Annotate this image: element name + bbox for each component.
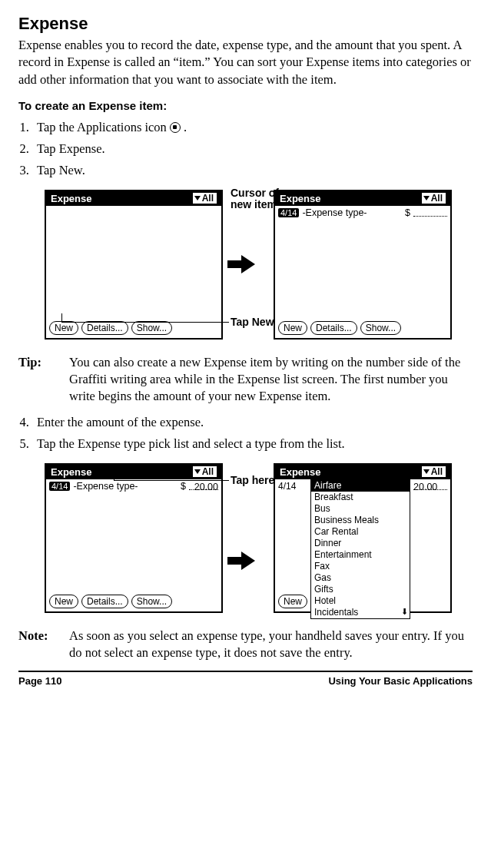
amount-field[interactable] (413, 208, 447, 217)
amount-field[interactable]: 20.00 (413, 482, 447, 490)
app-title: Expense (51, 466, 91, 478)
tip-label: Tip: (18, 354, 61, 406)
intro-paragraph: Expense enables you to record the date, … (18, 37, 473, 88)
arrow-icon (229, 552, 267, 570)
app-title: Expense (280, 466, 320, 478)
page-number: Page 110 (18, 675, 61, 687)
tip-block: Tip: You can also create a new Expense i… (18, 354, 473, 406)
chevron-down-icon (194, 469, 201, 474)
category-picker[interactable]: All (193, 193, 217, 204)
list-item[interactable]: Airfare (311, 480, 410, 492)
chevron-down-icon (423, 196, 430, 200)
amount-field[interactable]: 20.00 (189, 482, 218, 490)
arrow-icon (229, 255, 267, 273)
procedure-heading: To create an Expense item: (18, 99, 473, 112)
new-button[interactable]: New (49, 321, 78, 335)
expense-type-picker[interactable]: -Expense type- (302, 207, 367, 218)
page-footer: Page 110 Using Your Basic Applications (18, 671, 473, 687)
chevron-down-icon (194, 196, 201, 200)
expense-type-list[interactable]: Airfare Breakfast Bus Business Meals Car… (310, 479, 410, 619)
palm-screen-empty: Expense All New Details... Show... (45, 190, 223, 340)
currency-symbol: $ (181, 481, 186, 492)
step-3: Tap New. (32, 163, 473, 178)
step-2: Tap Expense. (32, 141, 473, 157)
note-block: Note: As soon as you select an expense t… (18, 628, 473, 662)
show-button[interactable]: Show... (131, 321, 172, 335)
details-button[interactable]: Details... (81, 321, 128, 335)
category-picker[interactable]: All (422, 193, 446, 204)
item-date: 4/14 (278, 481, 296, 492)
applications-icon (170, 122, 181, 133)
steps-list-1: Tap the Applications icon . Tap Expense.… (18, 120, 473, 178)
list-item[interactable]: Gas (311, 572, 410, 584)
app-title: Expense (280, 193, 320, 204)
steps-list-2: Enter the amount of the expense. Tap the… (18, 415, 473, 452)
list-item[interactable]: Fax (311, 561, 410, 572)
list-item[interactable]: Gifts (311, 584, 410, 595)
callout-cursor: Cursor of new item (231, 187, 280, 211)
list-item[interactable]: Breakfast (311, 492, 410, 503)
step-1: Tap the Applications icon . (32, 120, 473, 135)
list-item[interactable]: Business Meals (311, 515, 410, 526)
list-item[interactable]: Entertainment (311, 549, 410, 561)
palm-screen-type-list: Expense All 4/14 20.00 Airfare Breakfast… (274, 463, 452, 613)
expense-item-row[interactable]: 4/14 -Expense type- $ 20.00 (46, 479, 221, 492)
new-button[interactable]: New (278, 321, 307, 335)
details-button[interactable]: Details... (310, 321, 357, 335)
item-date: 4/14 (49, 482, 70, 491)
expense-item-row[interactable]: 4/14 -Expense type- $ (275, 206, 450, 218)
expense-type-picker[interactable]: -Expense type- (73, 481, 138, 492)
list-item[interactable]: Bus (311, 503, 410, 515)
page-heading: Expense (18, 14, 473, 34)
tip-body: You can also create a new Expense item b… (69, 354, 473, 406)
palm-screen-amount: Expense All 4/14 -Expense type- $ 20.00 … (45, 463, 223, 613)
new-button[interactable]: New (278, 595, 307, 608)
category-picker[interactable]: All (422, 466, 446, 477)
figure-row-2: Expense All 4/14 -Expense type- $ 20.00 … (45, 459, 473, 617)
callout-tap-here: Tap here (231, 475, 274, 486)
show-button[interactable]: Show... (131, 595, 172, 608)
chapter-title: Using Your Basic Applications (328, 675, 473, 687)
chevron-down-icon (423, 469, 430, 474)
note-label: Note: (18, 628, 61, 662)
callout-tap-new: Tap New (231, 316, 274, 328)
item-date: 4/14 (278, 208, 299, 217)
list-item[interactable]: Dinner (311, 538, 410, 549)
figure-row-1: Expense All New Details... Show... Curso… (45, 186, 473, 343)
category-picker[interactable]: All (193, 466, 217, 477)
palm-screen-new-item: Expense All 4/14 -Expense type- $ New De… (274, 190, 452, 340)
details-button[interactable]: Details... (81, 595, 128, 608)
list-item[interactable]: Car Rental (311, 526, 410, 538)
note-body: As soon as you select an expense type, y… (69, 628, 473, 662)
list-item[interactable]: Hotel (311, 595, 410, 607)
scroll-down-icon[interactable]: ⬇ (401, 607, 408, 617)
new-button[interactable]: New (49, 595, 78, 608)
step-4: Enter the amount of the expense. (32, 415, 473, 430)
show-button[interactable]: Show... (360, 321, 401, 335)
list-item[interactable]: Incidentals (311, 607, 410, 618)
app-title: Expense (51, 193, 91, 204)
currency-symbol: $ (405, 207, 410, 218)
step-5: Tap the Expense type pick list and selec… (32, 436, 473, 452)
